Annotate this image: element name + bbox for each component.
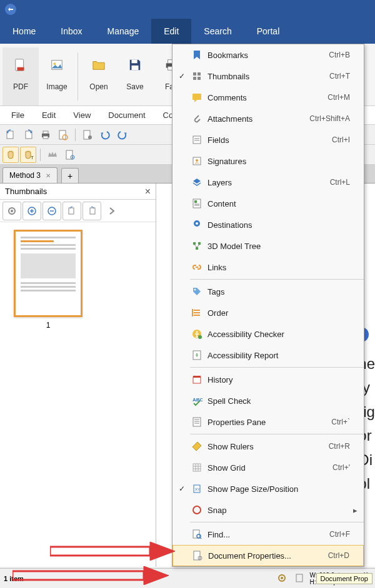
ribbon-pdf[interactable]: PDF: [2, 47, 39, 105]
svg-rect-29: [198, 72, 201, 76]
menu-item-a11y-report[interactable]: Accessibility Report: [172, 345, 364, 366]
save-icon: [122, 50, 148, 80]
doc-sync-icon[interactable]: [55, 127, 71, 143]
svg-rect-32: [192, 94, 201, 100]
menu-item-doc-props[interactable]: Document Properties...Ctrl+D: [172, 545, 364, 566]
doc-gear-icon[interactable]: [79, 127, 96, 143]
menu-item-fields[interactable]: FieldsCtrl+I: [172, 129, 364, 150]
menu-item-order[interactable]: Order: [172, 302, 364, 323]
zoom-in-icon[interactable]: [22, 202, 41, 220]
thumbnails-toolbar: [0, 200, 156, 222]
menu-item-layers[interactable]: LayersCtrl+L: [172, 172, 364, 193]
ribbon-open-label: Open: [89, 82, 108, 91]
svg-rect-13: [43, 136, 48, 139]
a11y-check-icon: [189, 328, 205, 340]
menu-item-a11y-check[interactable]: Accessibility Checker: [172, 323, 364, 345]
menu-item-link[interactable]: Links: [172, 257, 364, 278]
thumbnail-item[interactable]: 1: [8, 230, 89, 330]
menu-item-signature[interactable]: Signatures: [172, 150, 364, 172]
menu-item-comment[interactable]: CommentsCtrl+M: [172, 87, 364, 108]
menu-item-tag[interactable]: Tags: [172, 281, 364, 302]
menu-item-destination[interactable]: Destinations: [172, 214, 364, 235]
menu-item-label: Find...: [205, 530, 329, 539]
menu-item-history[interactable]: History: [172, 369, 364, 390]
menu-item-3dtree[interactable]: 3D Model Tree: [172, 235, 364, 257]
doc-settings-icon[interactable]: [62, 147, 78, 163]
svg-rect-51: [193, 418, 201, 426]
svg-point-3: [54, 62, 56, 65]
menu-manage[interactable]: Manage: [95, 19, 152, 44]
props-pane-icon: [189, 416, 205, 428]
menu-item-pagesize[interactable]: ✓XYShow Page Size/Position: [172, 478, 364, 499]
thumbnail-page-number: 1: [46, 321, 51, 330]
tag-icon: [189, 286, 205, 297]
thumbnail-page-1[interactable]: [14, 230, 82, 317]
annotation-arrow-1: [50, 542, 175, 563]
menu-item-snap[interactable]: Snap▸: [172, 499, 364, 521]
ribbon-save-label: Save: [126, 82, 143, 91]
status-tooltip: Document Prop: [316, 573, 372, 584]
menu-item-ruler[interactable]: Show RulersCtrl+R: [172, 436, 364, 457]
redo-icon[interactable]: [114, 127, 131, 143]
thumb-rotate-right-icon[interactable]: [82, 202, 101, 220]
menu-item-label: 3D Model Tree: [205, 242, 350, 251]
submenu-view[interactable]: View: [64, 110, 99, 120]
menu-item-bookmark[interactable]: BookmarksCtrl+B: [172, 44, 364, 66]
menu-item-attachment[interactable]: AttachmentsCtrl+Shift+A: [172, 108, 364, 129]
view-dropdown-menu: BookmarksCtrl+B✓ThumbnailsCtrl+TComments…: [172, 44, 364, 567]
ribbon-image[interactable]: Image: [39, 47, 75, 105]
svg-rect-39: [193, 242, 196, 245]
status-gear-icon[interactable]: [276, 572, 289, 585]
svg-point-61: [281, 577, 283, 579]
svg-text:ABC: ABC: [192, 397, 202, 403]
print-icon[interactable]: [38, 127, 54, 143]
menu-item-find[interactable]: Find...Ctrl+F: [172, 524, 364, 545]
menu-item-shortcut: Ctrl+T: [329, 72, 350, 81]
comment-icon: [189, 92, 205, 103]
menu-item-spellcheck[interactable]: ABCSpell Check: [172, 390, 364, 411]
hand-tool-icon[interactable]: [2, 147, 19, 163]
svg-rect-49: [193, 376, 201, 378]
ruler-icon: [189, 441, 205, 452]
menu-item-label: Accessibility Checker: [205, 330, 350, 339]
rotate-left-icon[interactable]: [2, 127, 19, 143]
check-icon: ✓: [175, 484, 189, 493]
svg-point-42: [194, 289, 196, 291]
crown-icon[interactable]: [44, 147, 61, 163]
thumbnails-icon: [189, 71, 205, 82]
bookmark-icon: [189, 49, 205, 61]
svg-rect-40: [198, 242, 201, 245]
zoom-out-icon[interactable]: [42, 202, 61, 220]
tab-close-icon[interactable]: ✕: [46, 172, 51, 179]
menu-item-grid[interactable]: Show GridCtrl+': [172, 457, 364, 478]
menu-search[interactable]: Search: [191, 19, 244, 44]
menu-item-label: Accessibility Report: [205, 351, 350, 360]
svg-rect-57: [194, 551, 200, 560]
submenu-file[interactable]: File: [2, 110, 33, 120]
menu-item-label: Links: [205, 263, 350, 272]
ribbon-save[interactable]: Save: [117, 47, 153, 105]
document-tab[interactable]: Method 3 ✕: [2, 167, 58, 183]
panel-close-icon[interactable]: ×: [145, 186, 151, 197]
menu-item-props-pane[interactable]: Properties PaneCtrl+`: [172, 411, 364, 433]
hand-text-icon[interactable]: T: [20, 147, 36, 163]
svg-point-59: [199, 557, 201, 559]
submenu-document[interactable]: Document: [99, 110, 154, 120]
ribbon-open[interactable]: Open: [81, 47, 117, 105]
thumb-gear-icon[interactable]: [2, 202, 21, 220]
menu-inbox[interactable]: Inbox: [48, 19, 94, 44]
tab-add-button[interactable]: +: [61, 168, 79, 183]
thumb-rotate-left-icon[interactable]: [62, 202, 81, 220]
menu-item-content[interactable]: Content: [172, 193, 364, 214]
spellcheck-icon: ABC: [189, 395, 205, 406]
menu-edit[interactable]: Edit: [151, 19, 191, 44]
pdf-icon: [8, 50, 33, 80]
menu-item-thumbnails[interactable]: ✓ThumbnailsCtrl+T: [172, 66, 364, 87]
menu-portal[interactable]: Portal: [244, 19, 292, 44]
chevron-right-icon[interactable]: [102, 202, 121, 220]
submenu-edit[interactable]: Edit: [33, 110, 64, 120]
svg-rect-30: [193, 77, 196, 80]
menu-home[interactable]: Home: [0, 19, 48, 44]
undo-icon[interactable]: [97, 127, 113, 143]
rotate-right-icon[interactable]: [20, 127, 36, 143]
